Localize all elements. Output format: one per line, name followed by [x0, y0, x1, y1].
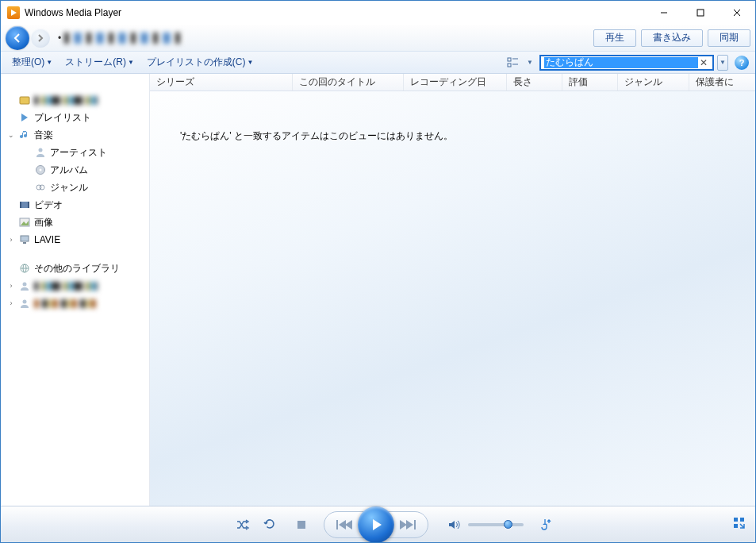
sidebar-item-artist[interactable]: アーティスト: [1, 144, 149, 161]
close-button[interactable]: [719, 1, 755, 25]
back-button[interactable]: [6, 26, 29, 50]
sidebar: プレイリスト ⌄ 音楽 アーティスト アルバム ジャンル ビデオ 画像 ›: [1, 74, 150, 506]
svg-rect-38: [740, 518, 744, 522]
breadcrumb[interactable]: •: [52, 29, 589, 48]
chevron-down-icon[interactable]: ⌄: [7, 131, 15, 139]
music-icon: [18, 129, 31, 141]
transport-group: [324, 511, 428, 538]
app-icon: [7, 6, 20, 19]
svg-rect-18: [28, 202, 29, 208]
svg-point-27: [23, 300, 27, 304]
col-recording-date[interactable]: レコーディング日: [404, 74, 507, 90]
svg-marker-34: [406, 520, 413, 530]
maximize-button[interactable]: [682, 1, 719, 25]
nav-bar: • 再生 書き込み 同期: [1, 25, 755, 52]
svg-rect-35: [414, 520, 416, 530]
svg-point-13: [40, 169, 42, 171]
play-button[interactable]: [358, 506, 394, 543]
tab-burn[interactable]: 書き込み: [641, 29, 703, 47]
player-bar: [1, 506, 755, 542]
sidebar-remote-lib-2[interactable]: ›: [1, 295, 149, 312]
sidebar-item-playlist[interactable]: プレイリスト: [1, 109, 149, 126]
help-button[interactable]: ?: [735, 56, 749, 70]
col-parental[interactable]: 保護者に: [689, 74, 755, 90]
image-icon: [18, 216, 31, 229]
search-dropdown[interactable]: ▼: [717, 55, 728, 71]
forward-button[interactable]: [31, 29, 50, 48]
col-rating[interactable]: 評価: [562, 74, 618, 90]
svg-rect-2: [697, 10, 704, 16]
app-title: Windows Media Player: [25, 7, 121, 18]
remote-lib-1-name: [34, 282, 98, 291]
sidebar-item-video[interactable]: ビデオ: [1, 196, 149, 214]
chevron-right-icon[interactable]: ›: [7, 236, 15, 244]
svg-marker-0: [11, 10, 17, 16]
svg-rect-5: [508, 58, 511, 61]
svg-marker-36: [449, 521, 455, 529]
svg-rect-37: [734, 518, 738, 522]
volume-thumb[interactable]: [504, 520, 512, 529]
view-options-icon[interactable]: [506, 56, 520, 70]
svg-rect-9: [20, 97, 29, 104]
album-icon: [34, 164, 47, 176]
switch-view-button[interactable]: [733, 517, 746, 532]
search-input[interactable]: [544, 57, 698, 68]
svg-marker-30: [339, 520, 346, 530]
svg-marker-31: [345, 520, 352, 530]
sidebar-item-lavie[interactable]: › LAVIE: [1, 231, 149, 248]
svg-rect-17: [20, 202, 21, 208]
chevron-right-icon[interactable]: ›: [7, 282, 15, 290]
sidebar-library-root[interactable]: [1, 91, 149, 109]
stop-button[interactable]: [292, 515, 311, 534]
user-icon: [18, 279, 31, 292]
create-playlist-menu[interactable]: プレイリストの作成(C)▼: [142, 54, 259, 71]
sidebar-item-genre[interactable]: ジャンル: [1, 179, 149, 196]
previous-button[interactable]: [328, 513, 359, 537]
stream-menu[interactable]: ストリーム(R)▼: [60, 54, 139, 71]
computer-icon: [18, 233, 31, 246]
breadcrumb-path: [64, 33, 183, 44]
svg-rect-21: [21, 236, 29, 241]
main-pane: シリーズ この回のタイトル レコーディング日 長さ 評価 ジャンル 保護者に '…: [150, 74, 755, 506]
col-episode-title[interactable]: この回のタイトル: [293, 74, 404, 90]
genre-icon: [34, 181, 47, 194]
next-button[interactable]: [393, 513, 424, 537]
touch-mode-icon[interactable]: [537, 515, 556, 534]
tab-play[interactable]: 再生: [593, 29, 636, 47]
search-clear-icon[interactable]: ✕: [698, 57, 709, 68]
library-icon: [18, 94, 31, 106]
col-length[interactable]: 長さ: [507, 74, 562, 90]
mute-button[interactable]: [444, 515, 463, 534]
svg-rect-39: [734, 524, 738, 528]
shuffle-button[interactable]: [233, 515, 252, 534]
sidebar-item-album[interactable]: アルバム: [1, 161, 149, 179]
svg-marker-32: [373, 519, 382, 530]
column-headers: シリーズ この回のタイトル レコーディング日 長さ 評価 ジャンル 保護者に: [150, 74, 755, 91]
network-icon: [18, 262, 31, 275]
svg-rect-28: [297, 521, 305, 529]
search-box[interactable]: ✕: [539, 55, 714, 71]
minimize-button[interactable]: [646, 1, 682, 25]
repeat-button[interactable]: [260, 515, 279, 534]
svg-point-15: [40, 185, 44, 190]
no-results-message: 'たむらぱん' と一致するアイテムはこのビューにはありません。: [150, 91, 755, 143]
sidebar-item-image[interactable]: 画像: [1, 214, 149, 231]
video-icon: [18, 198, 31, 211]
organize-menu[interactable]: 整理(O)▼: [7, 54, 57, 71]
toolbar: 整理(O)▼ ストリーム(R)▼ プレイリストの作成(C)▼ ▼ ✕ ▼ ?: [1, 52, 755, 74]
sidebar-remote-lib-1[interactable]: ›: [1, 277, 149, 295]
svg-rect-29: [336, 520, 338, 530]
chevron-right-icon[interactable]: ›: [7, 299, 15, 307]
volume-slider[interactable]: [468, 523, 524, 526]
tab-sync[interactable]: 同期: [708, 29, 750, 47]
view-options-dropdown[interactable]: ▼: [524, 59, 536, 66]
sidebar-item-music[interactable]: ⌄ 音楽: [1, 126, 149, 144]
sidebar-item-other-libraries[interactable]: その他のライブラリ: [1, 260, 149, 277]
artist-icon: [34, 146, 47, 159]
col-series[interactable]: シリーズ: [150, 74, 293, 90]
titlebar: Windows Media Player: [1, 1, 755, 25]
svg-marker-33: [400, 520, 407, 530]
col-genre[interactable]: ジャンル: [618, 74, 689, 90]
svg-point-11: [39, 148, 43, 152]
remote-lib-2-name: [34, 299, 98, 308]
